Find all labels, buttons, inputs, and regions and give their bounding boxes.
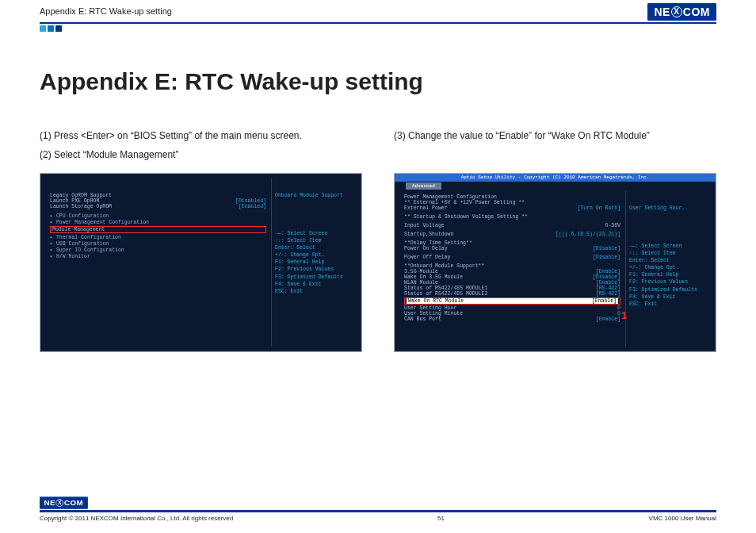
bios-selected-item: Wake On RTC Module[Enable] bbox=[404, 297, 620, 305]
annotation-1: 1 bbox=[621, 310, 627, 321]
bios-tab-label: Advanced bbox=[406, 182, 441, 190]
bios-row: CAN Bus Port[Enable] bbox=[404, 316, 620, 322]
bios-menu-item: USB Configuration bbox=[50, 240, 266, 247]
step-3: (3) Change the value to “Enable” for “Wa… bbox=[394, 128, 716, 143]
bios-row: ** External +5V & +12V Power Setting ** bbox=[404, 200, 620, 205]
bios-row: **Onboard Module Support** bbox=[404, 263, 620, 269]
bios-row: 3.5G Module[Enable] bbox=[404, 269, 620, 274]
logo-post: COM bbox=[64, 498, 83, 507]
page-title: Appendix E: RTC Wake-up setting bbox=[40, 68, 716, 95]
logo-pre: NE bbox=[44, 498, 55, 507]
bios-row: Power Management Configuration bbox=[404, 194, 620, 200]
bios-section-header: Legacy OpROM Support bbox=[50, 193, 266, 198]
bios-row: Input Voltage6-36V bbox=[404, 223, 620, 228]
bios-row: Wake On 3.5G Module[Disable] bbox=[404, 274, 620, 280]
bios-row: User Setting Minute0 bbox=[404, 311, 620, 316]
square-icon bbox=[40, 25, 46, 32]
page-header: Appendix E: RTC Wake-up setting NE X COM bbox=[0, 0, 756, 35]
bios-menu-item: Thermal Configuration bbox=[50, 234, 266, 240]
bios-row: Status of RS422/485 MODULE2[RS-422] bbox=[404, 291, 620, 297]
bios-help-panel: Onboard Module Support →←: Select Screen… bbox=[271, 178, 357, 347]
bios-menu-item: H/W Monitor bbox=[50, 253, 266, 259]
nexcom-logo: NE X COM bbox=[647, 3, 716, 21]
square-icon bbox=[48, 25, 54, 32]
bios-row: User Setting Hour0 bbox=[404, 305, 620, 311]
bios-help-keys: →←: Select Screen ↑↓: Select Item Enter:… bbox=[275, 230, 353, 295]
bios-help-title: Onboard Module Support bbox=[275, 193, 353, 198]
footer-page-number: 51 bbox=[437, 515, 445, 522]
bios-screenshot-left: Legacy OpROM Support Launch PXE OpROM[Di… bbox=[40, 173, 362, 352]
bios-menu-item: CPU Configuration bbox=[50, 213, 266, 219]
bios-row: Power On Delay[Disable] bbox=[404, 246, 620, 251]
bios-help-keys: →←: Select Screen ↑↓: Select Item Enter:… bbox=[629, 243, 708, 308]
bios-row: Launch Storage OpROM[Enabled] bbox=[50, 204, 266, 209]
left-column: (1) Press <Enter> on “BIOS Setting” of t… bbox=[40, 128, 362, 352]
footer-copyright: Copyright © 2011 NEXCOM International Co… bbox=[40, 515, 233, 522]
bios-menu-item: Super IO Configuration bbox=[50, 247, 266, 253]
bios-row: Startup,Shutdown[(((.6,10.5)/(23.21)] bbox=[404, 232, 620, 237]
right-column: (3) Change the value to “Enable” for “Wa… bbox=[394, 128, 716, 352]
logo-x-icon: X bbox=[671, 6, 682, 17]
header-divider bbox=[40, 22, 716, 24]
step-1: (1) Press <Enter> on “BIOS Setting” of t… bbox=[40, 128, 362, 143]
bios-menu-item: Power Management Configuration bbox=[50, 219, 266, 225]
bios-screenshot-right: Aptio Setup Utility - Copyright (C) 2010… bbox=[394, 173, 716, 352]
bios-help-title: User Setting Hour.. bbox=[629, 205, 708, 211]
bios-row: WLAN Module[Enable] bbox=[404, 280, 620, 286]
bios-row: Power Off Delay[Disable] bbox=[404, 255, 620, 260]
footer-manual-name: VMC 1000 User Manual bbox=[649, 515, 716, 522]
nexcom-logo-footer: NE X COM bbox=[40, 497, 88, 508]
bios-row: Status of RS422/485 MODULE1[RS-422] bbox=[404, 286, 620, 291]
content: (1) Press <Enter> on “BIOS Setting” of t… bbox=[0, 103, 756, 352]
bios-row: ** Startup & Shutdown Voltage Setting ** bbox=[404, 214, 620, 220]
bios-selected-item: Module Management bbox=[50, 226, 266, 233]
header-accent-icon bbox=[40, 25, 62, 32]
bios-row: Launch PXE OpROM[Disabled] bbox=[50, 198, 266, 204]
header-breadcrumb: Appendix E: RTC Wake-up setting bbox=[40, 3, 716, 16]
brand-logo: NE X COM bbox=[647, 3, 716, 21]
footer-logo-row: NE X COM bbox=[40, 494, 716, 508]
logo-x-icon: X bbox=[56, 499, 64, 507]
square-icon bbox=[55, 25, 62, 32]
bios-title-bar: Aptio Setup Utility - Copyright (C) 2010… bbox=[395, 174, 716, 182]
logo-post: COM bbox=[683, 6, 710, 18]
logo-pre: NE bbox=[654, 6, 670, 18]
page-footer: NE X COM Copyright © 2011 NEXCOM Interna… bbox=[40, 494, 716, 522]
step-2: (2) Select “Module Management” bbox=[40, 148, 362, 162]
bios-row: **Delay Time Setting** bbox=[404, 240, 620, 246]
title-block: Appendix E: RTC Wake-up setting bbox=[0, 35, 756, 103]
bios-row: External Power[Turn On Both] bbox=[404, 205, 620, 211]
bios-help-panel: User Setting Hour.. →←: Select Screen ↑↓… bbox=[625, 191, 711, 347]
